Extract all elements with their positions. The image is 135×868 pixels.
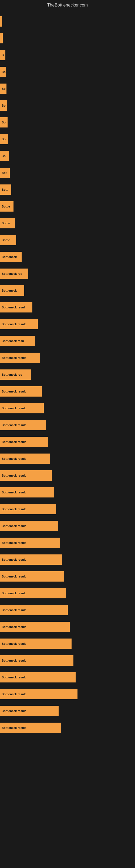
bar: Bottleneck result	[0, 571, 64, 582]
bar-row: Bo	[0, 63, 135, 80]
bar: Bottleneck resu	[0, 336, 35, 346]
bar-row: Bottleneck result	[0, 534, 135, 551]
bar: Bo	[0, 67, 6, 77]
bar-row: Bottleneck result	[0, 719, 135, 736]
bar-row: Bottleneck result	[0, 316, 135, 333]
bar-label: Bottleneck result	[2, 676, 26, 679]
bar	[0, 16, 2, 27]
bar-row: Bottleneck	[0, 282, 135, 299]
bar-row: Bottleneck result	[0, 669, 135, 686]
bar: Bo	[0, 84, 6, 94]
bar-row: Bottle	[0, 231, 135, 248]
bar-row: Bottleneck res	[0, 366, 135, 383]
bar: Bottleneck result	[0, 504, 56, 514]
bar: Bottleneck result	[0, 706, 58, 716]
bar-label: Bottleneck result	[2, 726, 26, 730]
bar-label: Bottleneck result	[2, 659, 26, 662]
bar-row: Bottleneck result	[0, 551, 135, 568]
bar-label: Bo	[2, 121, 6, 124]
bar-label: Bottleneck result	[2, 440, 26, 443]
bar-label: B	[2, 54, 4, 57]
bar-row: Bottleneck	[0, 248, 135, 265]
bar-row: Bo	[0, 148, 135, 164]
bar-row: Bottleneck result	[0, 618, 135, 635]
bar-row: Bottleneck result	[0, 568, 135, 585]
bar	[0, 33, 3, 43]
bar-row: Bottleneck result	[0, 585, 135, 601]
bar-label: Bottleneck result	[2, 407, 26, 410]
bar-row: Bottleneck result	[0, 703, 135, 719]
bar: Bottleneck res	[0, 369, 31, 380]
bar-row: Bottle	[0, 215, 135, 231]
bar-label: Bottleneck res	[2, 373, 22, 376]
bar-row: Bott	[0, 181, 135, 198]
bar-row: Bo	[0, 97, 135, 114]
bar-label: Bottleneck resu	[2, 339, 24, 343]
bar: Bottleneck result	[0, 403, 44, 413]
bar: Bottleneck result	[0, 605, 68, 615]
bar-label: Bottleneck result	[2, 524, 26, 528]
bar: Bott	[0, 184, 11, 195]
bar: Bottleneck	[0, 252, 21, 262]
bar-row: Bot	[0, 164, 135, 181]
bar-label: Bottleneck result	[2, 322, 26, 326]
bar-row: Bottleneck resu	[0, 333, 135, 349]
bar-row: Bottleneck result	[0, 501, 135, 518]
bar: Bottleneck result	[0, 319, 38, 329]
bar-label: Bottleneck result	[2, 709, 26, 713]
bar: Bottleneck result	[0, 420, 46, 430]
bar: Bottleneck result	[0, 386, 42, 397]
bar-label: Bo	[2, 70, 6, 73]
bar-row: Bottleneck resul	[0, 299, 135, 316]
bar-label: Bottleneck resul	[2, 306, 25, 309]
bar-row: Bottle	[0, 198, 135, 215]
bar-label: Bottleneck result	[2, 507, 26, 511]
bar: Bo	[0, 100, 7, 111]
bar-label: Bo	[2, 154, 6, 158]
bar-row: Bottleneck result	[0, 652, 135, 669]
bar: Bottleneck result	[0, 437, 48, 447]
bar-label: Bottleneck result	[2, 625, 26, 628]
bar-row: Bottleneck result	[0, 467, 135, 484]
bar: Bottleneck result	[0, 655, 74, 665]
bar-row	[0, 30, 135, 46]
bar-label: Bottle	[2, 239, 10, 242]
bar-label: Bottleneck result	[2, 575, 26, 578]
bars-container: BBoBoBoBoBoBoBotBottBottleBottleBottleBo…	[0, 12, 135, 738]
bar-label: Bottleneck result	[2, 609, 26, 612]
bar-label: Bottleneck result	[2, 474, 26, 477]
bar-label: Bottleneck res	[2, 272, 22, 275]
bar-label: Bo	[2, 137, 6, 141]
site-title: TheBottlenecker.com	[47, 3, 88, 7]
bar-label: Bottleneck result	[2, 390, 26, 393]
bar: Bottleneck resul	[0, 302, 32, 312]
bar: Bottleneck result	[0, 588, 66, 598]
bar-row: Bo	[0, 131, 135, 148]
bar-label: Bottleneck result	[2, 457, 26, 460]
bar: Bottleneck result	[0, 470, 52, 480]
bar-row: Bottleneck result	[0, 433, 135, 450]
bar-label: Bo	[2, 104, 6, 107]
bar-label: Bottle	[2, 205, 10, 208]
bar-row: Bottleneck result	[0, 686, 135, 703]
bar-label: Bottleneck result	[2, 592, 26, 595]
bar-row: Bottleneck result	[0, 450, 135, 467]
bar: Bottleneck res	[0, 269, 28, 279]
bar-label: Bottleneck result	[2, 424, 26, 427]
bar-row	[0, 13, 135, 30]
bar: Bo	[0, 117, 8, 127]
bar-row: Bottleneck result	[0, 416, 135, 433]
bar: Bottleneck result	[0, 554, 62, 565]
bar: Bottle	[0, 235, 16, 245]
bar: Bottle	[0, 218, 15, 228]
bar-label: Bottleneck	[2, 255, 17, 258]
bar-row: Bottleneck res	[0, 265, 135, 282]
bar: Bottleneck result	[0, 639, 72, 649]
bar-row: Bo	[0, 114, 135, 131]
bar: Bottleneck result	[0, 352, 40, 363]
bar: Bottleneck	[0, 285, 24, 296]
bar: Bottleneck result	[0, 454, 50, 464]
bar: Bottleneck result	[0, 723, 61, 733]
bar: Bo	[0, 151, 9, 161]
bar-row: B	[0, 46, 135, 63]
